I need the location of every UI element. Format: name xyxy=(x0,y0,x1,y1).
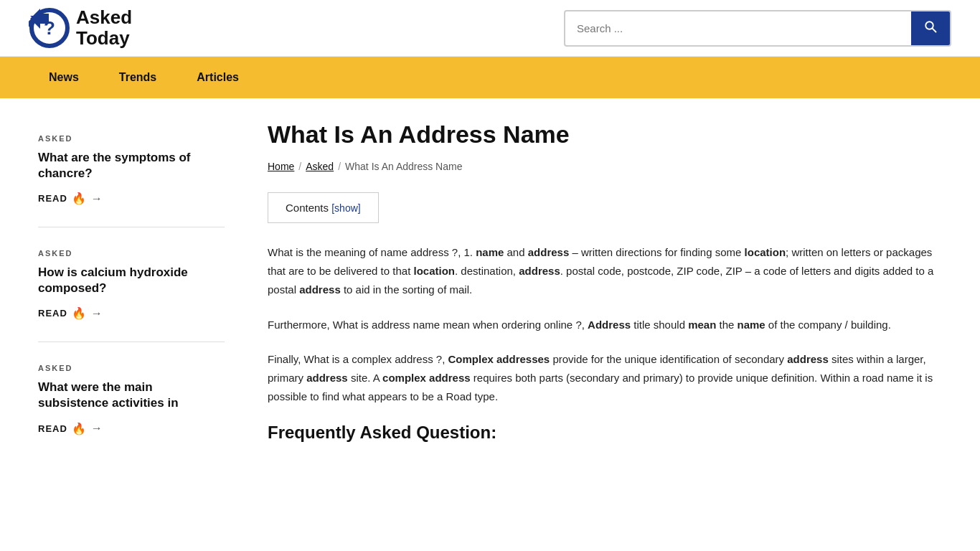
sidebar-card-3: ASKED What were the main subsistence act… xyxy=(38,349,225,456)
fire-icon-1: 🔥 xyxy=(72,192,87,205)
arrow-icon-3: → xyxy=(91,422,103,435)
fire-icon-2: 🔥 xyxy=(72,306,87,320)
nav-link-trends[interactable]: Trends xyxy=(99,57,176,98)
sidebar-read-label-3: READ xyxy=(38,423,67,434)
breadcrumb: Home / Asked / What Is An Address Name xyxy=(268,161,942,172)
main-nav: News Trends Articles xyxy=(0,57,980,98)
sidebar-read-label-1: READ xyxy=(38,193,67,204)
sidebar-card-1: ASKED What are the symptoms of chancre? … xyxy=(38,120,225,227)
nav-item-trends[interactable]: Trends xyxy=(99,57,176,98)
nav-link-articles[interactable]: Articles xyxy=(176,57,259,98)
sidebar-title-1: What are the symptoms of chancre? xyxy=(38,150,225,182)
article-title: What Is An Address Name xyxy=(268,120,942,149)
search-button[interactable] xyxy=(911,11,950,45)
svg-line-6 xyxy=(933,28,936,32)
sidebar-label-3: ASKED xyxy=(38,364,225,372)
nav-item-news[interactable]: News xyxy=(29,57,99,98)
sidebar-title-2: How is calcium hydroxide composed? xyxy=(38,265,225,296)
contents-box: Contents [show] xyxy=(268,192,379,223)
contents-show-link[interactable]: [show] xyxy=(331,202,360,214)
contents-label: Contents xyxy=(286,202,329,214)
article-content: What Is An Address Name Home / Asked / W… xyxy=(246,120,942,464)
breadcrumb-sep-2: / xyxy=(338,161,341,172)
arrow-icon-1: → xyxy=(91,192,103,205)
article-body: What is the meaning of name address ?, 1… xyxy=(268,243,942,407)
faq-heading: Frequently Asked Question: xyxy=(268,423,942,443)
arrow-icon-2: → xyxy=(91,307,103,320)
logo-text: Asked Today xyxy=(76,7,132,48)
sidebar-read-label-2: READ xyxy=(38,308,67,319)
main-layout: ASKED What are the symptoms of chancre? … xyxy=(24,98,956,486)
sidebar-read-3[interactable]: READ 🔥 → xyxy=(38,422,225,435)
nav-item-articles[interactable]: Articles xyxy=(176,57,259,98)
breadcrumb-sep-1: / xyxy=(298,161,301,172)
search-input[interactable] xyxy=(565,14,911,43)
fire-icon-3: 🔥 xyxy=(72,422,87,435)
article-paragraph-3: Finally, What is a complex address ?, Co… xyxy=(268,350,942,407)
sidebar-label-1: ASKED xyxy=(38,134,225,143)
breadcrumb-home[interactable]: Home xyxy=(268,161,294,172)
search-icon xyxy=(924,20,937,33)
site-header: ? Asked Today xyxy=(0,0,980,57)
sidebar-card-2: ASKED How is calcium hydroxide composed?… xyxy=(38,235,225,342)
sidebar-title-3: What were the main subsistence activitie… xyxy=(38,380,225,411)
sidebar-label-2: ASKED xyxy=(38,249,225,258)
logo-icon: ? xyxy=(29,7,70,49)
search-bar xyxy=(564,10,951,47)
sidebar: ASKED What are the symptoms of chancre? … xyxy=(38,120,246,464)
sidebar-read-2[interactable]: READ 🔥 → xyxy=(38,306,225,320)
nav-link-news[interactable]: News xyxy=(29,57,99,98)
logo[interactable]: ? Asked Today xyxy=(29,7,132,49)
sidebar-read-1[interactable]: READ 🔥 → xyxy=(38,192,225,205)
breadcrumb-parent[interactable]: Asked xyxy=(306,161,334,172)
breadcrumb-current: What Is An Address Name xyxy=(345,161,462,172)
article-paragraph-2: Furthermore, What is address name mean w… xyxy=(268,316,942,334)
article-paragraph-1: What is the meaning of name address ?, 1… xyxy=(268,243,942,300)
